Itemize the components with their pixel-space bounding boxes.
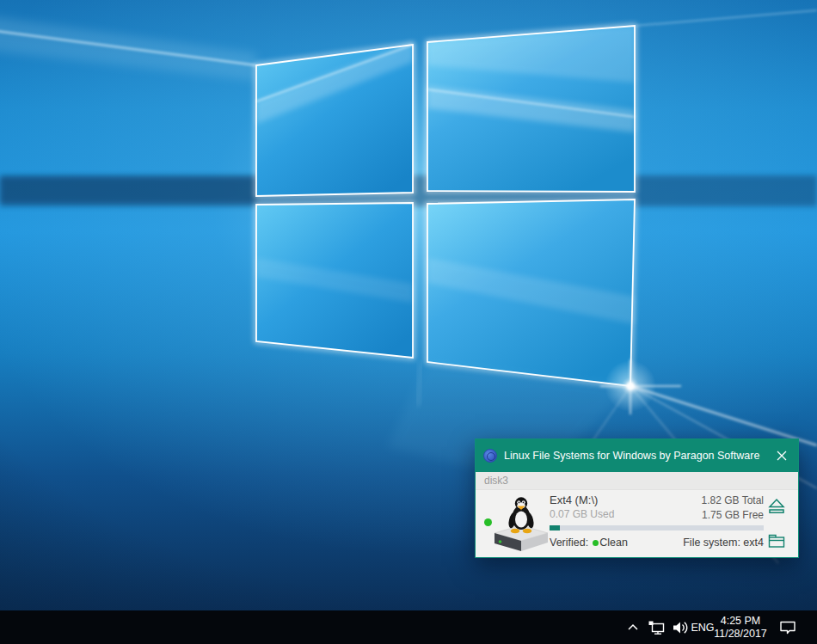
- chevron-up-icon: [626, 621, 640, 635]
- network-icon: [648, 620, 666, 635]
- desktop: Linux File Systems for Windows by Parago…: [0, 0, 817, 644]
- linux-drive-icon: [489, 492, 553, 555]
- verified-status: Verified: Clean: [550, 537, 628, 549]
- volume-free: 1.75 GB Free: [702, 509, 764, 521]
- verified-label: Verified:: [550, 537, 588, 549]
- action-center-icon: [778, 619, 797, 635]
- disk-group-label: disk3: [484, 475, 508, 487]
- volume-name: Ext4 (M:\): [550, 494, 598, 506]
- notification-title: Linux File Systems for Windows by Parago…: [504, 450, 774, 462]
- volume-tray-button[interactable]: [669, 610, 691, 644]
- action-center-button[interactable]: [775, 610, 801, 644]
- language-indicator[interactable]: ENG: [690, 610, 716, 644]
- network-tray-button[interactable]: [646, 610, 668, 644]
- taskbar-clock[interactable]: 4:25 PM 11/28/2017: [715, 610, 766, 644]
- paragon-notification-window: Linux File Systems for Windows by Parago…: [475, 439, 799, 558]
- volume-used: 0.07 GB Used: [550, 508, 614, 520]
- taskbar: ENG 4:25 PM 11/28/2017: [0, 610, 817, 644]
- eject-button[interactable]: [767, 497, 786, 516]
- volume-total: 1.82 GB Total: [702, 494, 765, 506]
- clean-status-dot: [593, 540, 599, 546]
- usage-bar: [550, 525, 764, 531]
- usage-bar-fill: [550, 525, 560, 531]
- show-hidden-icons-button[interactable]: [624, 610, 642, 644]
- open-folder-button[interactable]: [767, 532, 786, 551]
- verified-value: Clean: [599, 537, 628, 549]
- paragon-app-icon: [483, 449, 497, 463]
- close-icon[interactable]: [774, 448, 789, 463]
- clock-date: 11/28/2017: [714, 628, 767, 641]
- disk-group-header: disk3: [476, 472, 798, 490]
- speaker-icon: [672, 620, 689, 635]
- language-label: ENG: [691, 622, 714, 634]
- volume-panel: Ext4 (M:\) 0.07 GB Used 1.82 GB Total 1.…: [476, 490, 798, 557]
- notification-titlebar[interactable]: Linux File Systems for Windows by Parago…: [476, 439, 798, 472]
- filesystem-info: File system: ext4: [683, 537, 764, 549]
- clock-time: 4:25 PM: [721, 615, 761, 628]
